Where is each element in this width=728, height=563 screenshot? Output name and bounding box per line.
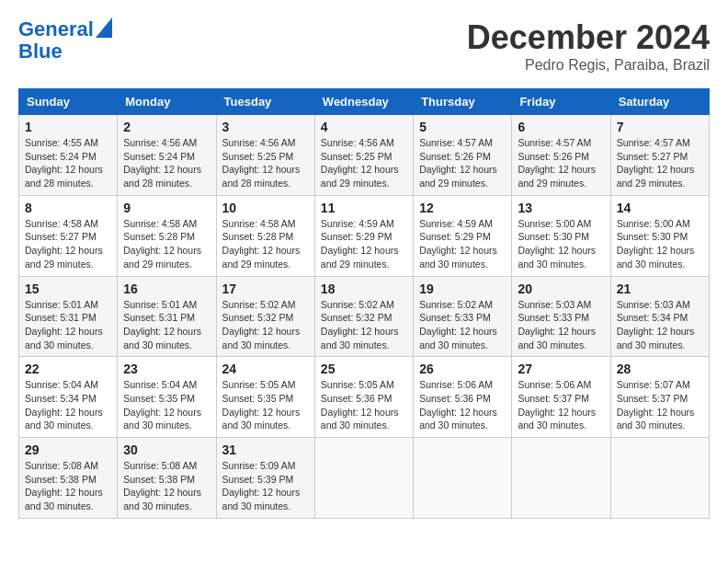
calendar-cell: 29Sunrise: 5:08 AMSunset: 5:38 PMDayligh… <box>19 438 118 519</box>
header-sunday: Sunday <box>19 89 118 115</box>
day-detail: Sunrise: 4:58 AMSunset: 5:28 PMDaylight:… <box>222 217 309 271</box>
calendar-cell: 12Sunrise: 4:59 AMSunset: 5:29 PMDayligh… <box>414 195 512 276</box>
calendar-cell: 22Sunrise: 5:04 AMSunset: 5:34 PMDayligh… <box>19 357 118 438</box>
logo: General Blue <box>18 18 112 63</box>
day-number: 8 <box>25 201 111 215</box>
day-number: 13 <box>518 201 604 215</box>
calendar-title: December 2024 <box>467 18 710 57</box>
day-number: 29 <box>25 442 111 457</box>
calendar-cell: 4Sunrise: 4:56 AMSunset: 5:25 PMDaylight… <box>314 115 413 196</box>
calendar-cell: 13Sunrise: 5:00 AMSunset: 5:30 PMDayligh… <box>512 195 610 276</box>
day-detail: Sunrise: 4:59 AMSunset: 5:29 PMDaylight:… <box>321 217 407 271</box>
calendar-cell: 24Sunrise: 5:05 AMSunset: 5:35 PMDayligh… <box>216 357 314 438</box>
header-saturday: Saturday <box>610 89 709 115</box>
day-detail: Sunrise: 5:00 AMSunset: 5:30 PMDaylight:… <box>518 217 604 271</box>
day-detail: Sunrise: 5:05 AMSunset: 5:36 PMDaylight:… <box>321 378 407 432</box>
day-number: 14 <box>617 201 703 215</box>
day-number: 7 <box>617 120 703 134</box>
calendar-week-4: 22Sunrise: 5:04 AMSunset: 5:34 PMDayligh… <box>19 357 710 438</box>
day-detail: Sunrise: 5:08 AMSunset: 5:38 PMDaylight:… <box>25 459 111 513</box>
calendar-cell: 17Sunrise: 5:02 AMSunset: 5:32 PMDayligh… <box>216 276 314 357</box>
day-detail: Sunrise: 4:56 AMSunset: 5:24 PMDaylight:… <box>123 136 210 190</box>
day-number: 19 <box>419 282 506 296</box>
day-detail: Sunrise: 4:56 AMSunset: 5:25 PMDaylight:… <box>321 136 407 190</box>
calendar-cell: 14Sunrise: 5:00 AMSunset: 5:30 PMDayligh… <box>610 195 709 276</box>
calendar-cell: 25Sunrise: 5:05 AMSunset: 5:36 PMDayligh… <box>314 357 413 438</box>
day-number: 31 <box>222 442 309 457</box>
day-detail: Sunrise: 5:00 AMSunset: 5:30 PMDaylight:… <box>617 217 703 271</box>
calendar-cell: 8Sunrise: 4:58 AMSunset: 5:27 PMDaylight… <box>19 195 118 276</box>
calendar-week-3: 15Sunrise: 5:01 AMSunset: 5:31 PMDayligh… <box>19 276 710 357</box>
header-tuesday: Tuesday <box>216 89 314 115</box>
title-section: December 2024 Pedro Regis, Paraiba, Braz… <box>467 18 710 74</box>
calendar-cell: 1Sunrise: 4:55 AMSunset: 5:24 PMDaylight… <box>19 115 118 196</box>
calendar-cell: 26Sunrise: 5:06 AMSunset: 5:36 PMDayligh… <box>414 357 512 438</box>
calendar-cell: 10Sunrise: 4:58 AMSunset: 5:28 PMDayligh… <box>216 195 314 276</box>
calendar-cell: 18Sunrise: 5:02 AMSunset: 5:32 PMDayligh… <box>314 276 413 357</box>
day-detail: Sunrise: 4:58 AMSunset: 5:28 PMDaylight:… <box>123 217 210 271</box>
logo-text: General <box>18 18 94 40</box>
calendar-cell <box>610 438 709 519</box>
calendar-cell: 28Sunrise: 5:07 AMSunset: 5:37 PMDayligh… <box>610 357 709 438</box>
day-number: 4 <box>321 120 407 134</box>
day-detail: Sunrise: 5:09 AMSunset: 5:39 PMDaylight:… <box>222 459 309 513</box>
day-detail: Sunrise: 5:02 AMSunset: 5:33 PMDaylight:… <box>419 298 506 352</box>
day-number: 17 <box>222 282 309 296</box>
day-number: 2 <box>123 120 210 134</box>
day-number: 18 <box>321 282 407 296</box>
calendar-cell: 11Sunrise: 4:59 AMSunset: 5:29 PMDayligh… <box>314 195 413 276</box>
day-number: 30 <box>123 442 210 457</box>
day-number: 26 <box>419 362 506 376</box>
calendar-cell: 9Sunrise: 4:58 AMSunset: 5:28 PMDaylight… <box>118 195 216 276</box>
calendar-cell: 21Sunrise: 5:03 AMSunset: 5:34 PMDayligh… <box>610 276 709 357</box>
day-number: 23 <box>123 362 210 376</box>
day-detail: Sunrise: 5:02 AMSunset: 5:32 PMDaylight:… <box>321 298 407 352</box>
calendar-week-5: 29Sunrise: 5:08 AMSunset: 5:38 PMDayligh… <box>19 438 710 519</box>
day-detail: Sunrise: 5:01 AMSunset: 5:31 PMDaylight:… <box>123 298 210 352</box>
calendar-cell: 15Sunrise: 5:01 AMSunset: 5:31 PMDayligh… <box>19 276 118 357</box>
calendar-cell: 6Sunrise: 4:57 AMSunset: 5:26 PMDaylight… <box>512 115 610 196</box>
day-detail: Sunrise: 5:07 AMSunset: 5:37 PMDaylight:… <box>617 378 703 432</box>
calendar-body: 1Sunrise: 4:55 AMSunset: 5:24 PMDaylight… <box>19 115 710 519</box>
day-number: 11 <box>321 201 407 215</box>
day-detail: Sunrise: 4:55 AMSunset: 5:24 PMDaylight:… <box>25 136 111 190</box>
day-detail: Sunrise: 4:57 AMSunset: 5:27 PMDaylight:… <box>617 136 703 190</box>
day-number: 16 <box>123 282 210 296</box>
calendar-cell: 16Sunrise: 5:01 AMSunset: 5:31 PMDayligh… <box>118 276 216 357</box>
day-number: 5 <box>419 120 506 134</box>
calendar-week-2: 8Sunrise: 4:58 AMSunset: 5:27 PMDaylight… <box>19 195 710 276</box>
day-number: 25 <box>321 362 407 376</box>
calendar-cell: 3Sunrise: 4:56 AMSunset: 5:25 PMDaylight… <box>216 115 314 196</box>
header-monday: Monday <box>118 89 216 115</box>
day-number: 28 <box>617 362 703 376</box>
day-number: 22 <box>25 362 111 376</box>
calendar-cell <box>414 438 512 519</box>
day-detail: Sunrise: 5:03 AMSunset: 5:33 PMDaylight:… <box>518 298 604 352</box>
day-number: 24 <box>222 362 309 376</box>
logo-blue-text: Blue <box>18 40 112 63</box>
day-detail: Sunrise: 4:59 AMSunset: 5:29 PMDaylight:… <box>419 217 506 271</box>
calendar-cell: 23Sunrise: 5:04 AMSunset: 5:35 PMDayligh… <box>118 357 216 438</box>
calendar-cell: 19Sunrise: 5:02 AMSunset: 5:33 PMDayligh… <box>414 276 512 357</box>
header-friday: Friday <box>512 89 610 115</box>
day-detail: Sunrise: 4:57 AMSunset: 5:26 PMDaylight:… <box>518 136 604 190</box>
calendar-cell <box>512 438 610 519</box>
day-number: 20 <box>518 282 604 296</box>
day-detail: Sunrise: 5:03 AMSunset: 5:34 PMDaylight:… <box>617 298 703 352</box>
day-detail: Sunrise: 5:04 AMSunset: 5:35 PMDaylight:… <box>123 378 210 432</box>
calendar-week-1: 1Sunrise: 4:55 AMSunset: 5:24 PMDaylight… <box>19 115 710 196</box>
day-number: 9 <box>123 201 210 215</box>
calendar-header-row: SundayMondayTuesdayWednesdayThursdayFrid… <box>19 89 710 115</box>
day-detail: Sunrise: 5:01 AMSunset: 5:31 PMDaylight:… <box>25 298 111 352</box>
logo-triangle-icon <box>96 17 112 38</box>
calendar-table: SundayMondayTuesdayWednesdayThursdayFrid… <box>18 88 710 519</box>
calendar-cell: 2Sunrise: 4:56 AMSunset: 5:24 PMDaylight… <box>118 115 216 196</box>
day-number: 6 <box>518 120 604 134</box>
day-number: 3 <box>222 120 309 134</box>
header-wednesday: Wednesday <box>314 89 413 115</box>
calendar-cell: 31Sunrise: 5:09 AMSunset: 5:39 PMDayligh… <box>216 438 314 519</box>
day-number: 12 <box>419 201 506 215</box>
day-detail: Sunrise: 5:02 AMSunset: 5:32 PMDaylight:… <box>222 298 309 352</box>
calendar-cell: 20Sunrise: 5:03 AMSunset: 5:33 PMDayligh… <box>512 276 610 357</box>
day-detail: Sunrise: 5:06 AMSunset: 5:36 PMDaylight:… <box>419 378 506 432</box>
